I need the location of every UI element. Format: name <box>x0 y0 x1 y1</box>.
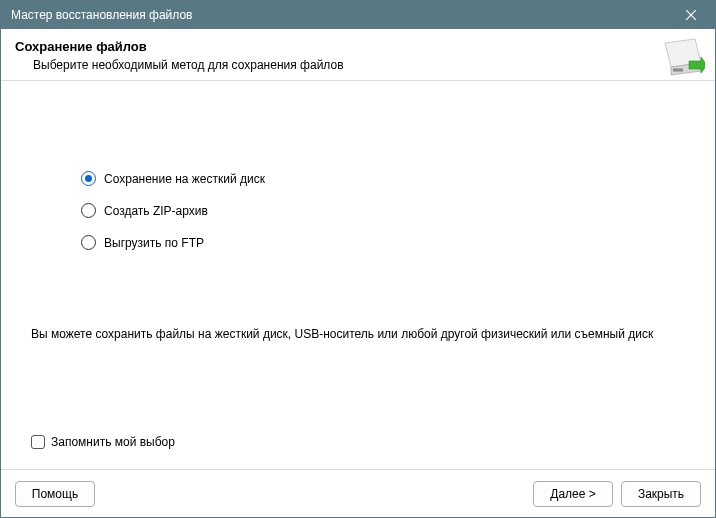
radio-upload-ftp[interactable]: Выгрузить по FTP <box>81 235 685 250</box>
radio-label: Сохранение на жесткий диск <box>104 172 265 186</box>
save-method-group: Сохранение на жесткий диск Создать ZIP-а… <box>81 171 685 267</box>
page-subtitle: Выберите необходимый метод для сохранени… <box>15 58 701 72</box>
wizard-header: Сохранение файлов Выберите необходимый м… <box>1 29 715 81</box>
next-button[interactable]: Далее > <box>533 481 613 507</box>
close-icon[interactable] <box>673 4 709 26</box>
checkbox-icon <box>31 435 45 449</box>
wizard-content: Сохранение на жесткий диск Создать ZIP-а… <box>1 81 715 469</box>
method-description: Вы можете сохранить файлы на жесткий дис… <box>31 327 685 341</box>
radio-label: Выгрузить по FTP <box>104 236 204 250</box>
wizard-footer: Помощь Далее > Закрыть <box>1 469 715 517</box>
titlebar: Мастер восстановления файлов <box>1 1 715 29</box>
radio-icon <box>81 171 96 186</box>
radio-icon <box>81 235 96 250</box>
radio-save-hdd[interactable]: Сохранение на жесткий диск <box>81 171 685 186</box>
window-title: Мастер восстановления файлов <box>11 8 673 22</box>
wizard-window: Мастер восстановления файлов Сохранение … <box>0 0 716 518</box>
radio-label: Создать ZIP-архив <box>104 204 208 218</box>
svg-rect-2 <box>673 69 683 72</box>
remember-choice-checkbox[interactable]: Запомнить мой выбор <box>31 435 175 449</box>
hdd-save-icon <box>661 37 705 81</box>
page-title: Сохранение файлов <box>15 39 701 54</box>
radio-create-zip[interactable]: Создать ZIP-архив <box>81 203 685 218</box>
help-button[interactable]: Помощь <box>15 481 95 507</box>
close-button[interactable]: Закрыть <box>621 481 701 507</box>
radio-icon <box>81 203 96 218</box>
checkbox-label: Запомнить мой выбор <box>51 435 175 449</box>
